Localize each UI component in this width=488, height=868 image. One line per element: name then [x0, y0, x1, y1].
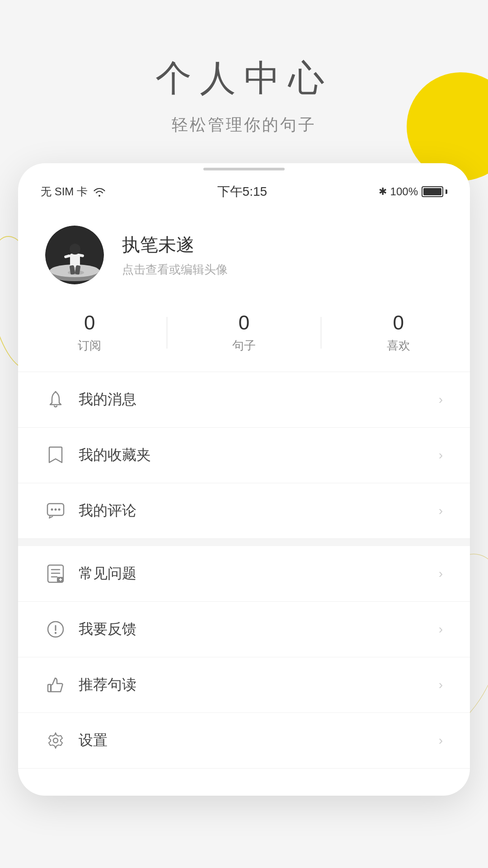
status-time: 下午5:15 [217, 183, 267, 200]
avatar[interactable] [45, 226, 104, 284]
battery-percent: 100% [390, 185, 418, 198]
arrow-messages: › [439, 392, 443, 407]
menu-label-recommend: 推荐句读 [79, 675, 426, 695]
stat-subscribe-label: 订阅 [78, 338, 101, 354]
question-icon [45, 563, 66, 584]
page-title: 个人中心 [0, 54, 488, 103]
menu-item-settings[interactable]: 设置 › [18, 713, 470, 768]
status-right: ✱ 100% [379, 185, 447, 198]
arrow-feedback: › [439, 622, 443, 637]
status-bar: 无 SIM 卡 下午5:15 ✱ 100% [18, 170, 470, 208]
svg-point-14 [55, 509, 57, 511]
menu-group-separator [18, 539, 470, 546]
phone-mockup: 无 SIM 卡 下午5:15 ✱ 100% [18, 163, 470, 796]
bell-icon [45, 389, 66, 410]
svg-point-27 [53, 738, 58, 743]
menu-item-recommend[interactable]: 推荐句读 › [18, 657, 470, 713]
stat-likes[interactable]: 0 喜欢 [387, 311, 410, 354]
profile-info: 执笔未遂 点击查看或编辑头像 [122, 232, 443, 278]
arrow-recommend: › [439, 678, 443, 692]
menu-item-comments[interactable]: 我的评论 › [18, 483, 470, 538]
stat-subscribe-number: 0 [84, 311, 95, 334]
status-left: 无 SIM 卡 [41, 184, 106, 199]
alert-icon [45, 619, 66, 640]
stats-row: 0 订阅 0 句子 0 喜欢 [18, 302, 470, 372]
stat-divider-1 [167, 317, 167, 349]
stat-subscribe[interactable]: 0 订阅 [78, 311, 101, 354]
svg-point-15 [58, 509, 61, 511]
phone-indicator [18, 163, 470, 170]
svg-point-25 [55, 632, 56, 634]
menu-label-favorites: 我的收藏夹 [79, 445, 426, 465]
menu-group-1: 我的消息 › 我的收藏夹 › 我 [18, 372, 470, 539]
profile-name: 执笔未遂 [122, 232, 443, 257]
arrow-faq: › [439, 566, 443, 581]
stat-divider-2 [321, 317, 321, 349]
arrow-settings: › [439, 733, 443, 748]
svg-rect-26 [48, 684, 51, 692]
profile-hint: 点击查看或编辑头像 [122, 262, 443, 278]
menu-item-messages[interactable]: 我的消息 › [18, 372, 470, 428]
menu-label-comments: 我的评论 [79, 501, 426, 521]
stat-sentences-number: 0 [239, 311, 249, 334]
menu-label-settings: 设置 [79, 731, 426, 750]
wifi-icon [93, 187, 106, 197]
menu-item-feedback[interactable]: 我要反馈 › [18, 602, 470, 657]
menu-label-messages: 我的消息 [79, 390, 426, 410]
menu-item-favorites[interactable]: 我的收藏夹 › [18, 428, 470, 483]
gear-icon [45, 730, 66, 751]
svg-point-11 [55, 391, 56, 393]
thumb-icon [45, 675, 66, 695]
comment-icon [45, 500, 66, 521]
sim-label: 无 SIM 卡 [41, 184, 88, 199]
profile-section[interactable]: 执笔未遂 点击查看或编辑头像 [18, 208, 470, 302]
bookmark-icon [45, 445, 66, 466]
svg-point-6 [70, 244, 80, 255]
svg-point-13 [51, 509, 53, 511]
stat-likes-number: 0 [393, 311, 404, 334]
stat-likes-label: 喜欢 [387, 338, 410, 354]
stat-sentences-label: 句子 [232, 338, 256, 354]
arrow-favorites: › [439, 448, 443, 462]
phone-pill [203, 168, 285, 170]
menu-item-faq[interactable]: 常见问题 › [18, 546, 470, 602]
page-header: 个人中心 轻松管理你的句子 [0, 0, 488, 163]
menu-group-2: 常见问题 › 我要反馈 › 推荐句读 › [18, 546, 470, 769]
bluetooth-icon: ✱ [379, 186, 387, 198]
menu-label-feedback: 我要反馈 [79, 619, 426, 639]
stat-sentences[interactable]: 0 句子 [232, 311, 256, 354]
page-subtitle: 轻松管理你的句子 [0, 114, 488, 136]
battery-icon [422, 186, 447, 197]
arrow-comments: › [439, 504, 443, 518]
menu-label-faq: 常见问题 [79, 564, 426, 584]
